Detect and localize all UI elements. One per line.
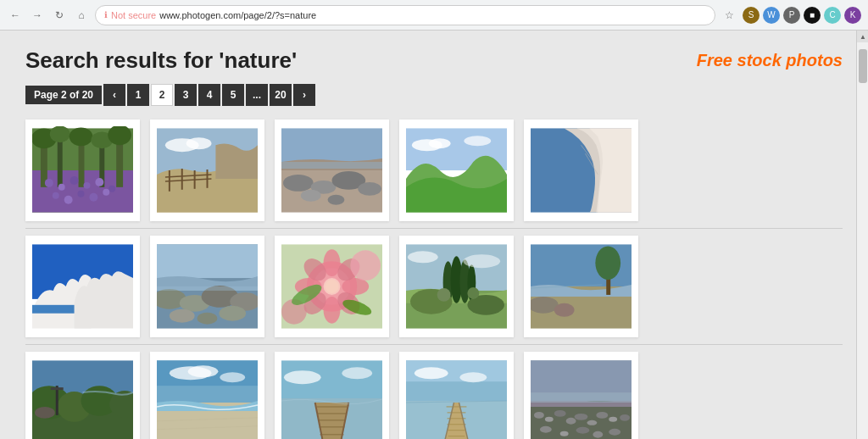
photo-row-3 [25, 352, 843, 439]
svg-point-137 [459, 372, 487, 382]
address-bar[interactable]: ℹ Not secure www.photogen.com/page/2/?s=… [95, 5, 715, 25]
page-3-button[interactable]: 3 [175, 84, 197, 106]
svg-point-57 [170, 309, 195, 323]
page-2-button[interactable]: 2 [151, 84, 173, 106]
svg-point-124 [342, 367, 372, 379]
svg-point-141 [534, 412, 544, 419]
svg-point-142 [545, 417, 554, 422]
photo-row-2 [25, 236, 843, 337]
home-button[interactable]: ⌂ [73, 7, 90, 24]
scrollbar-thumb[interactable] [859, 49, 867, 83]
photo-row-1 [25, 119, 843, 221]
page-ellipsis: ... [246, 84, 268, 106]
photo-card[interactable] [524, 119, 638, 221]
svg-point-74 [350, 250, 381, 281]
photo-card[interactable] [399, 119, 514, 221]
svg-point-38 [358, 182, 381, 196]
svg-point-58 [198, 313, 218, 325]
photo-card[interactable] [275, 236, 389, 337]
photo-card[interactable] [150, 236, 264, 337]
ext5[interactable]: C [824, 7, 841, 24]
svg-point-105 [35, 407, 55, 419]
forward-button[interactable]: → [29, 7, 46, 24]
svg-rect-156 [531, 392, 632, 403]
page-header: Search results for 'nature' Free stock p… [25, 47, 843, 74]
svg-point-39 [301, 190, 321, 202]
svg-point-93 [595, 246, 620, 280]
row-divider-1 [25, 228, 843, 229]
url-text: www.photogen.com/page/2/?s=nature [159, 10, 316, 20]
svg-point-149 [620, 414, 630, 421]
svg-point-152 [576, 427, 590, 434]
svg-rect-104 [51, 387, 64, 390]
tagline: Free stock photos [697, 51, 843, 70]
svg-rect-60 [157, 286, 258, 291]
svg-point-21 [89, 193, 97, 202]
page-1-button[interactable]: 1 [127, 84, 149, 106]
security-icon: ℹ [104, 10, 108, 19]
svg-point-86 [437, 288, 451, 302]
svg-point-45 [464, 136, 491, 146]
svg-point-154 [609, 429, 620, 436]
search-title: Search results for 'nature' [25, 47, 297, 74]
browser-extensions: S W P ■ C K [743, 7, 861, 24]
svg-point-9 [70, 127, 93, 146]
scrollbar[interactable]: ▲ ▼ [856, 31, 868, 439]
page-info: Page 2 of 20 [25, 86, 102, 104]
reload-button[interactable]: ↻ [51, 7, 68, 24]
svg-point-147 [596, 412, 608, 419]
pagination: Page 2 of 20 ‹ 1 2 3 4 5 ... 20 › [25, 84, 843, 106]
svg-point-18 [53, 192, 59, 199]
bookmark-button[interactable]: ☆ [721, 7, 737, 24]
svg-rect-52 [157, 244, 258, 278]
photo-card[interactable] [275, 352, 389, 439]
page-20-button[interactable]: 20 [270, 84, 292, 106]
svg-point-19 [64, 196, 73, 204]
photo-card[interactable] [399, 236, 514, 337]
row-divider-2 [25, 344, 843, 345]
photo-card[interactable] [150, 119, 264, 221]
svg-point-151 [560, 431, 569, 436]
svg-point-143 [554, 410, 566, 417]
ext4[interactable]: ■ [804, 7, 821, 24]
ext3[interactable]: P [783, 7, 800, 24]
svg-point-13 [58, 184, 65, 191]
svg-point-95 [554, 303, 575, 317]
photo-card[interactable] [524, 352, 638, 439]
next-page-button[interactable]: › [293, 84, 315, 106]
svg-point-44 [429, 138, 451, 148]
photo-card[interactable] [275, 119, 389, 221]
back-button[interactable]: ← [7, 7, 24, 24]
page-content: Search results for 'nature' Free stock p… [0, 31, 868, 439]
scroll-up-arrow[interactable]: ▲ [857, 31, 868, 42]
photo-card[interactable] [150, 352, 264, 439]
prev-page-button[interactable]: ‹ [103, 84, 125, 106]
photo-card[interactable] [25, 119, 140, 221]
svg-point-88 [408, 251, 438, 263]
svg-point-111 [220, 372, 245, 382]
ext6[interactable]: K [844, 7, 861, 24]
svg-point-16 [95, 178, 103, 186]
svg-point-59 [219, 306, 246, 321]
svg-point-136 [415, 367, 448, 379]
svg-point-89 [463, 254, 500, 268]
svg-point-150 [540, 426, 552, 433]
page-4-button[interactable]: 4 [198, 84, 220, 106]
svg-point-40 [328, 195, 345, 205]
svg-rect-41 [281, 162, 382, 169]
svg-point-144 [566, 418, 576, 425]
photo-card[interactable] [25, 352, 140, 439]
svg-point-110 [188, 365, 219, 377]
ext1[interactable]: S [743, 7, 760, 24]
ext2[interactable]: W [763, 7, 780, 24]
photo-card[interactable] [25, 236, 140, 337]
browser-chrome: ← → ↻ ⌂ ℹ Not secure www.photogen.com/pa… [0, 0, 868, 31]
svg-point-22 [103, 189, 109, 196]
svg-point-14 [70, 176, 79, 185]
svg-rect-50 [32, 305, 75, 314]
svg-point-87 [467, 287, 479, 299]
photo-card[interactable] [524, 236, 638, 337]
svg-point-123 [284, 370, 321, 384]
page-5-button[interactable]: 5 [222, 84, 244, 106]
photo-card[interactable] [399, 352, 514, 439]
